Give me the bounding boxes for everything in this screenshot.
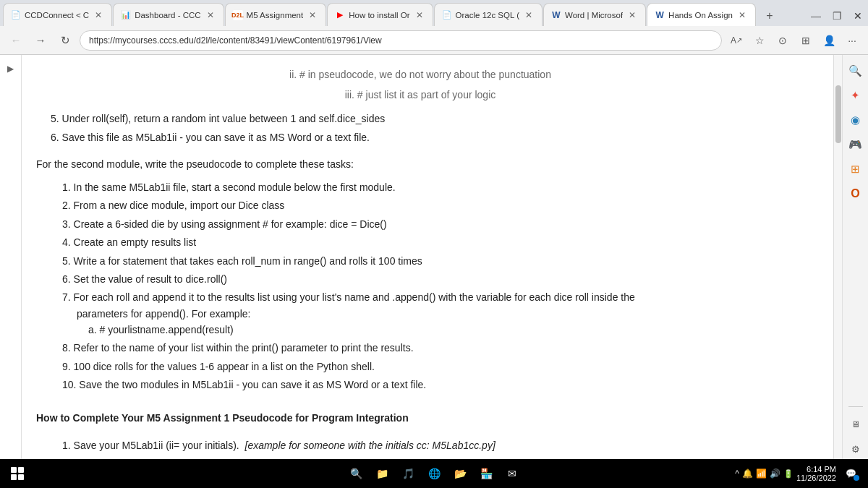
gear-sidebar-icon[interactable]: ⚙ xyxy=(846,439,866,459)
sub-item-1: 1. In the same M5Lab1ii file, start a se… xyxy=(62,179,804,195)
tab-label-handson: Hands On Assign xyxy=(668,11,733,20)
second-module-list: 1. In the same M5Lab1ii file, start a se… xyxy=(62,179,804,393)
close-button[interactable]: ✕ xyxy=(848,6,868,26)
taskbar-store-icon[interactable]: 🏪 xyxy=(475,462,498,485)
search-sidebar-icon[interactable]: 🔍 xyxy=(846,61,866,81)
tab-label-word: Word | Microsof xyxy=(565,11,623,20)
toolbar-right: A↗ ☆ ⊙ ⊞ 👤 ··· xyxy=(726,30,862,51)
line-iii-logic: iii. # just list it as part of your logi… xyxy=(36,87,804,103)
line-ii-pseudocode: ii. # in pseudocode, we do not worry abo… xyxy=(36,67,804,82)
tray-notification[interactable]: 🔔 xyxy=(742,468,753,479)
sub-item-7: 7. For each roll and append it to the re… xyxy=(62,289,804,338)
tab-icon-word: W xyxy=(551,10,561,20)
browser-add-icon[interactable]: ⊞ xyxy=(796,30,816,51)
list-item-5-roll: 5. Under roll(self), return a random int… xyxy=(51,111,804,127)
tray-volume[interactable]: 🔊 xyxy=(770,468,780,479)
forward-button[interactable]: → xyxy=(30,30,51,51)
list-item-6-save: 6. Save this file as M5Lab1ii - you can … xyxy=(51,129,804,145)
tab-close-oracle[interactable]: ✕ xyxy=(523,9,535,21)
o-sidebar-icon[interactable]: O xyxy=(846,184,866,204)
tab-label-oracle: Oracle 12c SQL ( xyxy=(456,11,519,20)
tab-ccdconnect[interactable]: 📄 CCDConnect < C ✕ xyxy=(3,3,112,26)
tray-chevron[interactable]: ^ xyxy=(735,468,739,479)
taskbar-media-icon[interactable]: 🎵 xyxy=(396,462,420,485)
taskbar-mail-icon[interactable]: ✉ xyxy=(501,462,524,485)
new-tab-button[interactable]: + xyxy=(760,6,780,26)
more-icon[interactable]: ··· xyxy=(842,30,862,51)
tray-wifi[interactable]: 📶 xyxy=(756,468,767,479)
tab-bar: 📄 CCDConnect < C ✕ 📊 Dashboard - CCC ✕ D… xyxy=(0,0,868,26)
back-button[interactable]: ← xyxy=(6,30,26,51)
tab-close-howto[interactable]: ✕ xyxy=(414,9,425,21)
read-aloud-icon[interactable]: A↗ xyxy=(726,30,746,51)
taskbar-edge-icon[interactable]: 🌐 xyxy=(422,462,446,485)
tab-icon-m5: D2L xyxy=(233,10,243,20)
sub-item-3: 3. Create a 6-sided die by using assignm… xyxy=(62,216,804,232)
restore-button[interactable]: ❐ xyxy=(827,6,847,26)
tab-close-handson[interactable]: ✕ xyxy=(736,9,748,21)
tab-icon-oracle: 📄 xyxy=(442,10,452,20)
how-to-complete-heading: How to Complete Your M5 Assignment 1 Pse… xyxy=(36,410,804,426)
office-sidebar-icon[interactable]: ⊞ xyxy=(846,159,866,179)
tab-close-ccdconnect[interactable]: ✕ xyxy=(93,9,104,21)
tab-close-dashboard[interactable]: ✕ xyxy=(205,9,216,21)
profile-icon[interactable]: 👤 xyxy=(819,30,839,51)
address-bar-row: ← → ↻ A↗ ☆ ⊙ ⊞ 👤 ··· xyxy=(0,26,868,55)
taskbar: 🔍 📁 🎵 🌐 📂 🏪 ✉ ^ 🔔 📶 🔊 🔋 6:14 PM 11/26/20… xyxy=(0,459,868,488)
text-5-roll: 5. Under roll(self), return a random int… xyxy=(51,113,385,124)
text-iii-logic: iii. # just list it as part of your logi… xyxy=(345,89,496,100)
tab-close-m5[interactable]: ✕ xyxy=(307,9,318,21)
browser-frame: 📄 CCDConnect < C ✕ 📊 Dashboard - CCC ✕ D… xyxy=(0,0,868,488)
second-module-intro: For the second module, write the pseudoc… xyxy=(36,156,804,172)
reload-button[interactable]: ↻ xyxy=(55,30,75,51)
start-button[interactable] xyxy=(6,462,29,485)
scrollbar-thumb[interactable] xyxy=(835,85,841,143)
sub-item-4: 4. Create an empty results list xyxy=(62,234,804,250)
tab-icon-dashboard: 📊 xyxy=(121,10,131,20)
system-tray: ^ 🔔 📶 🔊 🔋 xyxy=(735,468,793,479)
tab-m5assignment[interactable]: D2L M5 Assignment ✕ xyxy=(225,3,327,26)
address-input[interactable] xyxy=(80,30,722,51)
taskbar-clock[interactable]: 6:14 PM 11/26/2022 xyxy=(796,465,836,482)
tab-icon-ccdconnect: 📄 xyxy=(11,10,21,20)
star-sidebar-icon[interactable]: ✦ xyxy=(846,85,866,106)
monitor-sidebar-icon[interactable]: 🖥 xyxy=(846,414,866,435)
clock-time: 6:14 PM xyxy=(807,465,836,474)
text-6-save: 6. Save this file as M5Lab1ii - you can … xyxy=(51,132,370,143)
tab-label-m5: M5 Assignment xyxy=(247,11,304,20)
tab-label-dashboard: Dashboard - CCC xyxy=(135,11,200,20)
taskbar-search-icon[interactable]: 🔍 xyxy=(344,462,367,485)
sub-item-7a: a. # yourlistname.append(result) xyxy=(88,322,804,338)
completion-item-1: 1. Save your M5Lab1ii (ii= your initials… xyxy=(62,437,804,453)
tab-handsonassign[interactable]: W Hands On Assign ✕ xyxy=(647,3,756,26)
taskbar-folder-icon[interactable]: 📂 xyxy=(448,462,472,485)
game-sidebar-icon[interactable]: 🎮 xyxy=(846,134,866,155)
content-area: ▶ ii. # in pseudocode, we do not worry a… xyxy=(0,55,868,459)
sub-item-5: 5. Write a for statement that takes each… xyxy=(62,253,804,269)
sidebar-collapse-arrow[interactable]: ▶ xyxy=(4,61,17,77)
tab-dashboard[interactable]: 📊 Dashboard - CCC ✕ xyxy=(113,3,224,26)
tab-icon-handson: W xyxy=(655,10,665,20)
example-italic: [example for someone with the initials c… xyxy=(245,440,495,451)
tab-close-word[interactable]: ✕ xyxy=(626,9,638,21)
sidebar-divider xyxy=(848,406,863,407)
sub-item-6: 6. Set the value of result to dice.roll(… xyxy=(62,271,804,287)
taskbar-files-icon[interactable]: 📁 xyxy=(370,462,393,485)
favorites-icon[interactable]: ☆ xyxy=(749,30,770,51)
text-ii-pseudocode: ii. # in pseudocode, we do not worry abo… xyxy=(289,69,551,80)
minimize-button[interactable]: — xyxy=(806,6,826,26)
sub-item-7-cont: parameters for append(). For example: xyxy=(77,306,804,322)
tab-word[interactable]: W Word | Microsof ✕ xyxy=(543,3,646,26)
notification-badge xyxy=(854,475,859,481)
completion-list: 1. Save your M5Lab1ii (ii= your initials… xyxy=(62,437,804,459)
notification-center[interactable]: 💬 xyxy=(839,462,862,485)
clock-date: 11/26/2022 xyxy=(796,474,836,482)
circle-sidebar-icon[interactable]: ◉ xyxy=(846,110,866,130)
share-icon[interactable]: ⊙ xyxy=(773,30,793,51)
page-content: ii. # in pseudocode, we do not worry abo… xyxy=(22,55,833,459)
tray-battery[interactable]: 🔋 xyxy=(783,469,793,479)
tab-oracle[interactable]: 📄 Oracle 12c SQL ( ✕ xyxy=(434,3,542,26)
sub-item-9: 9. 100 dice rolls for the values 1-6 app… xyxy=(62,359,804,374)
tab-howtoinstall[interactable]: ▶ How to install Or ✕ xyxy=(327,3,433,26)
scrollbar-track[interactable] xyxy=(833,55,842,459)
